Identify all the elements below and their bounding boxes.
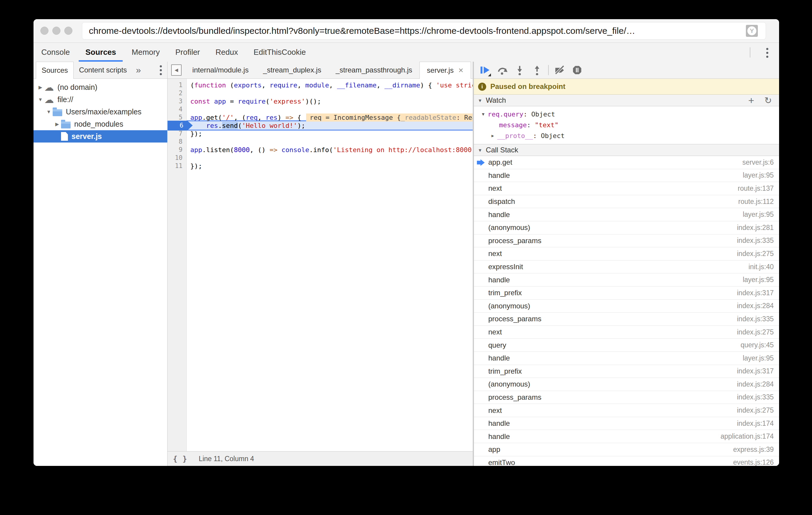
line-number[interactable]: 3: [168, 97, 182, 105]
call-stack-frame[interactable]: trim_prefixindex.js:317: [474, 287, 779, 300]
pretty-print-icon[interactable]: { }: [173, 455, 187, 463]
tab-content-scripts[interactable]: Content scripts: [74, 62, 132, 78]
editor-tab-server-js[interactable]: server.js×: [419, 62, 471, 79]
tab-sources-navigator[interactable]: Sources: [36, 62, 74, 79]
call-stack-frame[interactable]: handlelayer.js:95: [474, 208, 779, 221]
call-stack-frame[interactable]: dispatchroute.js:112: [474, 195, 779, 208]
tree-item--no-domain-[interactable]: ▶☁(no domain): [33, 81, 167, 93]
code-line-10[interactable]: 10: [168, 154, 473, 162]
code-line-9[interactable]: 9app.listen(8000, () => console.info('Li…: [168, 146, 473, 154]
watch-item-message[interactable]: message: "text": [474, 119, 779, 130]
watch-item-req-query[interactable]: ▼req.query: Object: [474, 109, 779, 119]
call-stack-frame[interactable]: queryquery.js:45: [474, 338, 779, 352]
call-stack-frame[interactable]: app.getserver.js:6: [474, 156, 779, 169]
code-line-4[interactable]: 4: [168, 105, 473, 113]
resume-icon[interactable]: [476, 62, 494, 78]
tab-editthiscookie[interactable]: EditThisCookie: [245, 43, 314, 62]
line-number[interactable]: 10: [168, 154, 182, 162]
navigator-overflow-chevron-icon[interactable]: »: [132, 62, 145, 78]
pause-on-exceptions-icon[interactable]: [569, 62, 586, 78]
tab-console[interactable]: Console: [33, 43, 78, 62]
call-stack-frame[interactable]: process_paramsindex.js:335: [474, 235, 779, 248]
tab-profiler[interactable]: Profiler: [168, 43, 208, 62]
line-number[interactable]: 1: [168, 81, 182, 89]
call-stack-frame[interactable]: process_paramsindex.js:335: [474, 313, 779, 326]
call-stack-frame[interactable]: nextindex.js:275: [474, 326, 779, 339]
tree-item-users-maxie-examples[interactable]: ▼Users/maxie/examples: [33, 106, 167, 118]
url-text[interactable]: chrome-devtools://devtools/bundled/inspe…: [82, 23, 765, 39]
add-watch-icon[interactable]: +: [748, 97, 754, 103]
close-window-button[interactable]: [40, 27, 49, 35]
close-icon[interactable]: ×: [458, 67, 463, 73]
call-stack-frame[interactable]: nextindex.js:275: [474, 247, 779, 261]
call-stack-frame[interactable]: handlelayer.js:95: [474, 352, 779, 365]
tab-sources[interactable]: Sources: [78, 43, 124, 62]
more-options-icon[interactable]: [765, 47, 769, 58]
code-line-11[interactable]: 11});: [168, 162, 473, 170]
code-line-1[interactable]: 1(function (exports, require, module, __…: [168, 81, 473, 89]
editor-tab-internal-module-js[interactable]: internal/module.js: [185, 62, 256, 78]
call-stack-frame[interactable]: trim_prefixindex.js:317: [474, 365, 779, 378]
chevron-down-icon[interactable]: ▼: [479, 112, 488, 116]
call-stack-frame[interactable]: (anonymous)index.js:281: [474, 221, 779, 235]
editor-tab--stream-duplex-js[interactable]: _stream_duplex.js: [256, 62, 328, 78]
line-number[interactable]: 7: [168, 130, 182, 138]
frame-location: layer.js:95: [743, 276, 774, 284]
code-text: app.get('/', (req, res) => {req = Incomi…: [190, 113, 473, 121]
tree-item-node-modules[interactable]: ▶node_modules: [33, 118, 167, 130]
frame-location: route.js:137: [738, 185, 774, 192]
code-line-2[interactable]: 2: [168, 89, 473, 97]
code-line-7[interactable]: 7});: [168, 130, 473, 138]
line-number[interactable]: 4: [168, 105, 182, 113]
line-number[interactable]: 9: [168, 146, 182, 154]
tab-memory[interactable]: Memory: [124, 43, 168, 62]
call-stack-frame[interactable]: nextroute.js:137: [474, 182, 779, 195]
chevron-right-icon[interactable]: ▶: [488, 133, 497, 138]
collapse-left-panel-icon[interactable]: ◀: [171, 64, 182, 76]
tree-item-file-[interactable]: ▼☁file://: [33, 93, 167, 106]
step-over-icon[interactable]: [494, 62, 511, 78]
call-stack-frame[interactable]: appexpress.js:39: [474, 443, 779, 456]
watch-item--proto-[interactable]: ▶__proto__: Object: [474, 130, 779, 141]
deactivate-breakpoints-icon[interactable]: [551, 62, 569, 78]
devtools-window: chrome-devtools://devtools/bundled/inspe…: [33, 19, 779, 466]
watch-section-header[interactable]: ▼ Watch + ↻: [474, 94, 779, 106]
line-number[interactable]: 2: [168, 89, 182, 97]
zoom-window-button[interactable]: [64, 27, 72, 35]
call-stack-frame[interactable]: handleindex.js:174: [474, 417, 779, 430]
line-number[interactable]: 8: [168, 138, 182, 146]
tree-item-server-js[interactable]: server.js: [33, 130, 167, 142]
frame-location: layer.js:95: [743, 171, 774, 179]
minimize-window-button[interactable]: [52, 27, 60, 35]
step-into-icon[interactable]: [511, 62, 528, 78]
chevron-down-icon[interactable]: ▼: [36, 97, 44, 102]
line-number[interactable]: 5: [168, 113, 182, 121]
code-line-6[interactable]: 66 res.send('Hello world!');: [168, 121, 473, 130]
step-out-icon[interactable]: [528, 62, 546, 78]
refresh-watch-icon[interactable]: ↻: [764, 95, 772, 106]
code-editor[interactable]: 1(function (exports, require, module, __…: [168, 79, 473, 451]
code-line-8[interactable]: 8: [168, 138, 473, 146]
call-stack-frame[interactable]: emitTwoevents.js:126: [474, 456, 779, 466]
call-stack-frame[interactable]: handlelayer.js:95: [474, 273, 779, 287]
call-stack-frame[interactable]: handlelayer.js:95: [474, 169, 779, 182]
editor-tab--stream-passthrough-js[interactable]: _stream_passthrough.js: [328, 62, 419, 78]
call-stack-frame[interactable]: (anonymous)index.js:284: [474, 300, 779, 313]
line-number[interactable]: 11: [168, 162, 182, 170]
call-stack-frame[interactable]: nextindex.js:275: [474, 404, 779, 417]
chevron-right-icon[interactable]: ▶: [36, 84, 44, 90]
chevron-down-icon[interactable]: ▼: [45, 109, 53, 115]
call-stack-section-header[interactable]: ▼ Call Stack: [474, 144, 779, 156]
code-line-5[interactable]: 5app.get('/', (req, res) => {req = Incom…: [168, 113, 473, 121]
call-stack-frame[interactable]: process_paramsindex.js:335: [474, 391, 779, 404]
chevron-right-icon[interactable]: ▶: [53, 121, 61, 127]
address-bar[interactable]: chrome-devtools://devtools/bundled/inspe…: [82, 22, 766, 39]
navigator-more-options-icon[interactable]: [160, 65, 162, 75]
extension-icon[interactable]: Y: [746, 25, 758, 37]
call-stack-frame[interactable]: expressInitinit.js:40: [474, 261, 779, 274]
tab-redux[interactable]: Redux: [208, 43, 245, 62]
call-stack-frame[interactable]: handleapplication.js:174: [474, 430, 779, 443]
code-line-3[interactable]: 3const app = require('express')();: [168, 97, 473, 105]
frame-function-name: next: [488, 328, 502, 336]
call-stack-frame[interactable]: (anonymous)index.js:284: [474, 378, 779, 391]
